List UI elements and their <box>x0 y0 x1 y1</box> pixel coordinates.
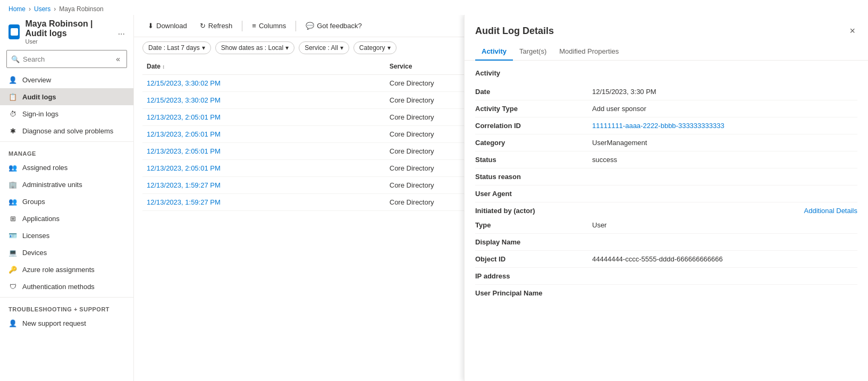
sidebar-item-admin-units[interactable]: 🏢 Administrative units <box>0 176 133 193</box>
page-subtitle: User <box>25 38 110 45</box>
feedback-label: Got feedback? <box>317 22 362 30</box>
row-date[interactable]: 12/13/2023, 2:05:01 PM <box>142 126 385 143</box>
columns-button[interactable]: ≡ Columns <box>247 19 291 32</box>
search-icon: 🔍 <box>11 55 20 63</box>
download-label: Download <box>156 22 187 30</box>
detail-content: Activity Date 12/15/2023, 3:30 PM Activi… <box>465 61 868 381</box>
detail-header: Audit Log Details × <box>465 15 868 43</box>
breadcrumb-users[interactable]: Users <box>34 5 50 13</box>
activity-section-title: Activity <box>475 69 857 77</box>
sidebar-label-roles: Assigned roles <box>22 164 68 172</box>
detail-row-display-name: Display Name <box>475 234 857 251</box>
detail-row-category: Category UserManagement <box>475 134 857 151</box>
search-container: 🔍 « <box>0 47 133 71</box>
download-button[interactable]: ⬇ Download <box>142 19 192 32</box>
initiated-by-header: Initiated by (actor) Additional Details <box>475 207 857 215</box>
detail-row-ip-address: IP address <box>475 268 857 285</box>
sidebar-nav: 👤 Overview 📋 Audit logs ⏱ Sign-in logs ✱… <box>0 71 133 381</box>
row-date[interactable]: 12/13/2023, 1:59:27 PM <box>142 194 385 211</box>
sidebar-label-auth: Authentication methods <box>22 283 95 291</box>
upn-label: User Principal Name <box>475 289 592 297</box>
tab-targets[interactable]: Target(s) <box>513 43 553 61</box>
sidebar-item-audit-logs[interactable]: 📋 Audit logs <box>0 88 133 105</box>
sidebar-item-diagnose[interactable]: ✱ Diagnose and solve problems <box>0 122 133 139</box>
breadcrumb: Home › Users › Maya Robinson <box>0 0 868 15</box>
tab-activity[interactable]: Activity <box>475 43 513 61</box>
admin-icon: 🏢 <box>9 180 17 189</box>
user-agent-label: User Agent <box>475 190 592 198</box>
collapse-sidebar-button[interactable]: « <box>114 53 122 65</box>
sidebar-item-azure-roles[interactable]: 🔑 Azure role assignments <box>0 261 133 278</box>
row-date[interactable]: 12/15/2023, 3:30:02 PM <box>142 75 385 92</box>
category-chevron: ▾ <box>387 44 391 52</box>
apps-icon: ⊞ <box>9 214 17 223</box>
sidebar-item-devices[interactable]: 💻 Devices <box>0 244 133 261</box>
service-chevron: ▾ <box>340 44 343 52</box>
breadcrumb-home[interactable]: Home <box>9 5 26 13</box>
refresh-button[interactable]: ↻ Refresh <box>195 19 238 32</box>
detail-row-date: Date 12/15/2023, 3:30 PM <box>475 83 857 100</box>
auth-icon: 🛡 <box>9 282 17 291</box>
sidebar-item-overview[interactable]: 👤 Overview <box>0 71 133 88</box>
sidebar-label-overview: Overview <box>22 76 51 84</box>
sidebar-item-support[interactable]: 👤 New support request <box>0 315 133 332</box>
sidebar-label-apps: Applications <box>22 215 60 223</box>
feedback-icon: 💬 <box>306 22 314 30</box>
detail-close-button[interactable]: × <box>847 23 857 39</box>
correlation-id-label: Correlation ID <box>475 122 592 130</box>
show-dates-label: Show dates as : Local <box>221 44 283 52</box>
service-filter-label: Service : All <box>305 44 338 52</box>
feedback-button[interactable]: 💬 Got feedback? <box>300 19 367 32</box>
row-date[interactable]: 12/13/2023, 2:05:01 PM <box>142 160 385 177</box>
diagnose-icon: ✱ <box>9 126 17 135</box>
date-filter-label: Date : Last 7 days <box>148 44 200 52</box>
groups-icon: 👥 <box>9 197 17 206</box>
status-reason-label: Status reason <box>475 173 592 181</box>
row-date[interactable]: 12/13/2023, 2:05:01 PM <box>142 109 385 126</box>
sidebar-label-diagnose: Diagnose and solve problems <box>22 127 113 135</box>
page-title: Maya Robinson | Audit logs <box>25 19 110 38</box>
correlation-id-value[interactable]: 11111111-aaaa-2222-bbbb-333333333333 <box>592 122 857 130</box>
sidebar-label-signin: Sign-in logs <box>22 110 58 118</box>
sidebar-label-groups: Groups <box>22 198 45 206</box>
ip-address-label: IP address <box>475 272 592 280</box>
category-value: UserManagement <box>592 139 857 147</box>
columns-label: Columns <box>259 22 286 30</box>
category-filter[interactable]: Category ▾ <box>353 41 397 54</box>
status-value: success <box>592 156 857 164</box>
search-input[interactable] <box>23 55 111 63</box>
detail-panel: Audit Log Details × Activity Target(s) M… <box>464 15 868 381</box>
detail-row-correlation-id: Correlation ID 11111111-aaaa-2222-bbbb-3… <box>475 117 857 134</box>
sidebar-item-auth-methods[interactable]: 🛡 Authentication methods <box>0 278 133 295</box>
sidebar-label-azure: Azure role assignments <box>22 266 95 274</box>
sidebar-item-licenses[interactable]: 🪪 Licenses <box>0 227 133 244</box>
more-options-button[interactable]: ... <box>118 27 125 37</box>
sidebar-label-admin: Administrative units <box>22 181 82 189</box>
date-label: Date <box>475 88 592 96</box>
detail-row-upn: User Principal Name <box>475 285 857 301</box>
breadcrumb-current: Maya Robinson <box>59 5 103 13</box>
manage-section-label: Manage <box>0 144 133 159</box>
svg-rect-0 <box>11 28 18 36</box>
date-filter[interactable]: Date : Last 7 days ▾ <box>142 41 211 54</box>
status-label: Status <box>475 156 592 164</box>
sidebar-item-groups[interactable]: 👥 Groups <box>0 193 133 210</box>
sidebar-item-assigned-roles[interactable]: 👥 Assigned roles <box>0 159 133 176</box>
object-id-label: Object ID <box>475 255 592 263</box>
sidebar-item-sign-in-logs[interactable]: ⏱ Sign-in logs <box>0 105 133 122</box>
additional-details-link[interactable]: Additional Details <box>804 207 857 215</box>
row-date[interactable]: 12/13/2023, 2:05:01 PM <box>142 143 385 160</box>
sidebar-item-applications[interactable]: ⊞ Applications <box>0 210 133 227</box>
sidebar: Maya Robinson | Audit logs User ... 🔍 « … <box>0 15 134 381</box>
service-filter[interactable]: Service : All ▾ <box>299 41 349 54</box>
detail-row-object-id: Object ID 44444444-cccc-5555-dddd-666666… <box>475 251 857 268</box>
activity-type-label: Activity Type <box>475 105 592 113</box>
columns-icon: ≡ <box>252 22 256 30</box>
show-dates-filter[interactable]: Show dates as : Local ▾ <box>215 41 294 54</box>
row-date[interactable]: 12/13/2023, 1:59:27 PM <box>142 177 385 194</box>
sidebar-label-devices: Devices <box>22 249 47 257</box>
row-date[interactable]: 12/15/2023, 3:30:02 PM <box>142 92 385 109</box>
tab-modified-props[interactable]: Modified Properties <box>553 43 625 61</box>
col-date[interactable]: Date ↕ <box>142 58 385 75</box>
roles-icon: 👥 <box>9 163 17 172</box>
